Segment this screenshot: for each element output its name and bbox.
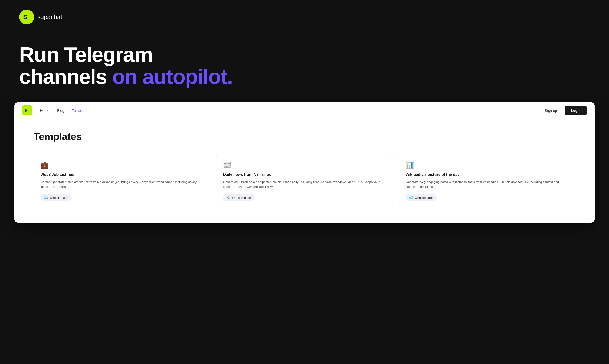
hero-section: S supachat Run Telegram channels on auto…: [0, 0, 609, 102]
signup-button[interactable]: Sign up: [541, 106, 561, 115]
template-card-web3: 💼 Web3 Job Listings Content generator te…: [34, 154, 210, 208]
card-button-icon-wikipedia: 🌐: [409, 196, 413, 199]
card-description-web3: Content generator template that extracts…: [41, 180, 203, 190]
card-description-wikipedia: Generate daily engaging posts with histo…: [406, 180, 568, 190]
browser-window: S Home Blog Templates Sign up Login Temp…: [14, 102, 595, 223]
card-title-web3: Web3 Job Listings: [41, 172, 203, 177]
nav-actions: Sign up Login: [541, 106, 587, 116]
brand-name: supachat: [37, 13, 62, 21]
nav-templates[interactable]: Templates: [72, 108, 88, 113]
card-button-nytimes[interactable]: 📡 Wepsite page: [223, 194, 254, 201]
card-button-icon-nytimes: 📡: [226, 196, 230, 199]
template-card-nytimes: 📰 Daily news from NY Times Generates 5 f…: [216, 154, 393, 208]
card-icon-nytimes: 📰: [223, 161, 386, 169]
card-icon-web3: 💼: [41, 161, 203, 169]
nav-home[interactable]: Home: [40, 108, 49, 113]
hero-headline: Run Telegram channels on autopilot.: [19, 44, 590, 88]
svg-text:S: S: [23, 13, 27, 21]
content-area: Templates 💼 Web3 Job Listings Content ge…: [14, 119, 595, 223]
nav-logo: S: [22, 105, 32, 116]
card-description-nytimes: Generates 5 fresh article snippets from …: [223, 180, 386, 190]
card-button-web3[interactable]: 🌐 Wepsite page: [41, 194, 72, 201]
card-button-wikipedia[interactable]: 🌐 Wepsite page: [406, 194, 437, 201]
logo-area: S supachat: [19, 10, 590, 25]
card-button-icon-web3: 🌐: [44, 196, 48, 199]
nav-links: Home Blog Templates: [40, 108, 541, 113]
template-card-wikipedia: 📊 Wikipedia's picture of the day Generat…: [399, 154, 575, 208]
card-title-nytimes: Daily news from NY Times: [223, 172, 386, 177]
cards-grid: 💼 Web3 Job Listings Content generator te…: [34, 154, 575, 208]
page-title: Templates: [34, 131, 575, 143]
nav-bar: S Home Blog Templates Sign up Login: [14, 102, 595, 119]
nav-blog[interactable]: Blog: [57, 108, 64, 113]
brand-logo: S: [19, 10, 34, 25]
card-title-wikipedia: Wikipedia's picture of the day: [406, 172, 568, 177]
card-icon-wikipedia: 📊: [406, 161, 568, 169]
svg-text:S: S: [25, 108, 28, 113]
login-button[interactable]: Login: [565, 106, 587, 116]
